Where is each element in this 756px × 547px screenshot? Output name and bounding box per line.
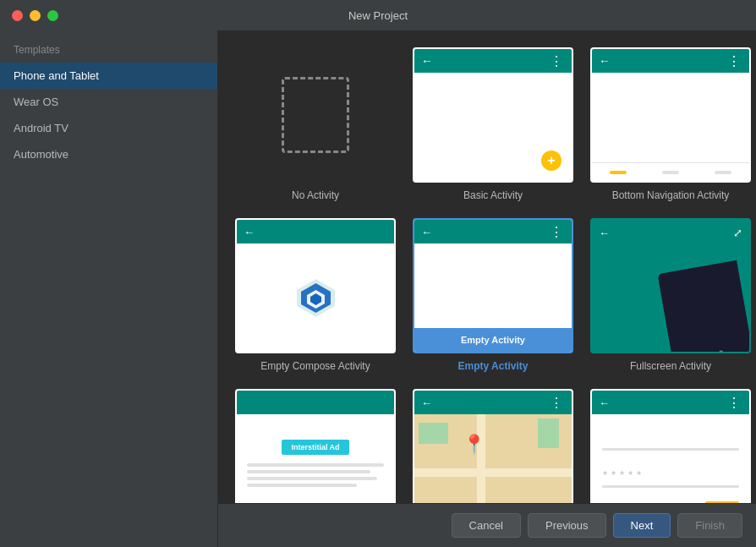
login-content: ★★★★★ — [592, 414, 749, 503]
template-empty-activity[interactable]: ← ⋮ Empty Activity Empty Activity — [413, 218, 573, 372]
previous-button[interactable]: Previous — [528, 513, 606, 538]
cancel-button[interactable]: Cancel — [452, 513, 521, 538]
template-thumb-bottom-nav: ← ⋮ — [590, 47, 751, 183]
empty-content — [414, 243, 572, 328]
template-label-empty-compose: Empty Compose Activity — [260, 360, 370, 372]
login-username-field — [602, 448, 739, 451]
template-empty-compose-activity[interactable]: ← Empty Compose Activity — [235, 218, 396, 372]
template-thumb-basic-activity: ← ⋮ + — [413, 47, 573, 183]
line-2 — [247, 470, 370, 473]
template-thumb-empty-compose: ← — [235, 218, 396, 353]
maps-header: ← ⋮ — [414, 391, 572, 414]
template-fullscreen-activity[interactable]: ← ⤢ Fullscreen Activity — [590, 218, 751, 372]
line-4 — [247, 484, 357, 487]
map-green-1 — [419, 423, 448, 444]
bottom-nav-toolbar: ← ⋮ — [592, 49, 749, 73]
template-thumb-fullscreen: ← ⤢ — [590, 218, 751, 353]
phone-mockup — [657, 260, 751, 353]
interstitial-ad-banner: Interstitial Ad — [282, 440, 349, 455]
road-h — [414, 468, 572, 477]
bottom-nav-bar — [592, 162, 749, 181]
nav-item-3 — [697, 163, 749, 181]
template-basic-activity[interactable]: ← ⋮ + Basic Activity — [413, 47, 573, 201]
login-spacer — [602, 424, 739, 441]
template-thumb-login: ← ⋮ ★★★★★ — [590, 389, 751, 503]
template-login-activity[interactable]: ← ⋮ ★★★★★ Login Activity — [590, 389, 751, 503]
compose-back-icon: ← — [244, 226, 255, 238]
selected-label-bar: Empty Activity — [414, 328, 572, 352]
login-overflow-icon: ⋮ — [727, 395, 742, 411]
empty-overflow-icon: ⋮ — [550, 224, 565, 240]
sidebar: Templates Phone and Tablet Wear OS Andro… — [0, 30, 218, 547]
footer: Cancel Previous Next Finish — [218, 503, 756, 547]
basic-toolbar: ← ⋮ — [414, 49, 572, 73]
nav-item-2 — [644, 163, 697, 181]
sidebar-item-android-tv[interactable]: Android TV — [0, 115, 217, 141]
nav-dot-active — [610, 171, 627, 174]
close-button[interactable] — [12, 10, 23, 21]
maps-back-icon: ← — [421, 397, 432, 409]
compose-header: ← — [237, 220, 394, 243]
template-bottom-nav-activity[interactable]: ← ⋮ — [590, 47, 751, 201]
title-bar: New Project — [0, 0, 756, 30]
content-area: No Activity ← ⋮ + Basic Activity — [218, 30, 756, 547]
nav-item-1 — [592, 163, 644, 181]
selected-label-text: Empty Activity — [461, 335, 525, 345]
fab-icon: + — [541, 150, 562, 171]
interstitial-header — [237, 391, 394, 414]
template-label-empty-activity: Empty Activity — [458, 360, 529, 372]
login-submit-btn — [705, 501, 739, 503]
sidebar-item-automotive[interactable]: Automotive — [0, 141, 217, 167]
login-header: ← ⋮ — [592, 391, 749, 414]
sidebar-item-wear-os[interactable]: Wear OS — [0, 89, 217, 115]
line-3 — [247, 477, 377, 480]
login-back-icon: ← — [599, 397, 610, 409]
next-button[interactable]: Next — [613, 513, 671, 538]
template-thumb-maps: ← ⋮ 📍 — [413, 389, 573, 503]
nav-dot-inactive-1 — [662, 171, 679, 174]
login-password-line — [602, 485, 739, 488]
line-1 — [247, 463, 384, 467]
maps-content: 📍 — [414, 414, 572, 503]
template-thumb-interstitial: Interstitial Ad — [235, 389, 396, 503]
template-google-maps[interactable]: ← ⋮ 📍 Google Maps Activity — [413, 389, 573, 503]
maps-overflow-icon: ⋮ — [550, 395, 565, 411]
interstitial-lines — [237, 455, 394, 495]
overflow-menu-icon: ⋮ — [727, 53, 742, 69]
template-label-no-activity: No Activity — [292, 189, 339, 201]
template-interstitial-ad[interactable]: Interstitial Ad Interstitial Ad — [235, 389, 396, 503]
template-label-basic-activity: Basic Activity — [463, 189, 523, 201]
back-arrow-icon: ← — [421, 54, 433, 68]
empty-back-icon: ← — [421, 226, 432, 238]
maximize-button[interactable] — [47, 10, 58, 21]
phone-nav-dots — [702, 350, 723, 353]
window-title: New Project — [348, 9, 408, 22]
main-container: Templates Phone and Tablet Wear OS Andro… — [0, 30, 756, 547]
login-password-dots: ★★★★★ — [602, 469, 739, 477]
fullscreen-back-icon: ← — [599, 227, 610, 239]
map-green-2 — [538, 418, 559, 448]
template-label-bottom-nav: Bottom Navigation Activity — [612, 189, 730, 201]
road-v — [477, 414, 485, 503]
overflow-menu-icon: ⋮ — [550, 53, 565, 69]
login-btn-row — [602, 501, 739, 503]
login-gap — [602, 457, 739, 462]
window-controls[interactable] — [12, 10, 58, 21]
nav-dot-inactive-2 — [715, 171, 731, 174]
sidebar-item-phone-tablet[interactable]: Phone and Tablet — [0, 63, 217, 89]
template-thumb-no-activity — [235, 47, 396, 183]
compose-logo-icon — [293, 275, 339, 321]
no-activity-placeholder — [282, 77, 349, 153]
sidebar-section-label: Templates — [0, 30, 217, 63]
template-no-activity[interactable]: No Activity — [235, 47, 396, 201]
basic-content: + — [414, 73, 572, 181]
fullscreen-expand-icon: ⤢ — [733, 227, 742, 239]
finish-button[interactable]: Finish — [677, 513, 742, 538]
templates-grid: No Activity ← ⋮ + Basic Activity — [218, 30, 756, 503]
empty-toolbar: ← ⋮ — [414, 220, 572, 243]
template-label-fullscreen: Fullscreen Activity — [630, 360, 711, 372]
back-arrow-icon: ← — [599, 54, 611, 68]
map-pin-icon: 📍 — [463, 435, 485, 454]
template-thumb-empty-activity: ← ⋮ Empty Activity — [413, 218, 573, 353]
minimize-button[interactable] — [30, 10, 41, 21]
